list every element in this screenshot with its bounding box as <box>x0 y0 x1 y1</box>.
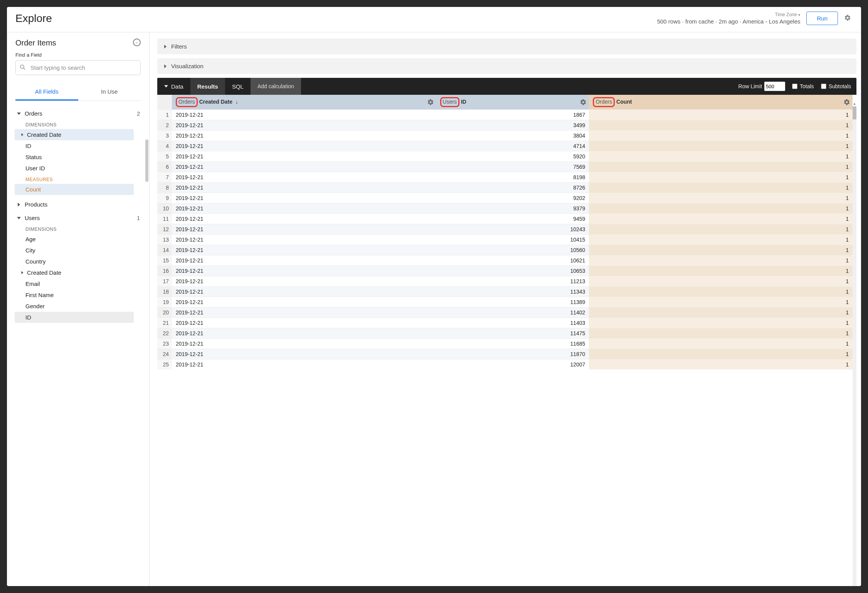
cell-count[interactable]: 1 <box>589 224 853 234</box>
field-search-input[interactable] <box>15 60 141 75</box>
scroll-up-icon[interactable]: ▲ <box>853 102 856 106</box>
field-users-email[interactable]: Email <box>15 278 145 289</box>
table-row[interactable]: 162019-12-21106531 <box>157 265 853 276</box>
scrollbar-thumb[interactable] <box>853 106 856 119</box>
view-products-header[interactable]: Products <box>15 199 145 210</box>
cell-created-date[interactable]: 2019-12-21 <box>172 120 436 130</box>
settings-gear-icon[interactable] <box>844 14 853 23</box>
cell-user-id[interactable]: 9379 <box>436 203 589 213</box>
cell-count[interactable]: 1 <box>589 265 853 276</box>
table-row[interactable]: 152019-12-21106211 <box>157 255 853 265</box>
cell-user-id[interactable]: 11475 <box>436 328 589 338</box>
cell-count[interactable]: 1 <box>589 151 853 161</box>
field-users-age[interactable]: Age <box>15 234 145 245</box>
field-users-city[interactable]: City <box>15 245 145 256</box>
field-orders-count[interactable]: Count <box>15 184 134 195</box>
cell-count[interactable]: 1 <box>589 297 853 307</box>
field-users-id[interactable]: ID <box>15 312 134 323</box>
visualization-accordion[interactable]: Visualization <box>157 58 856 74</box>
cell-created-date[interactable]: 2019-12-21 <box>172 338 436 349</box>
cell-user-id[interactable]: 11389 <box>436 297 589 307</box>
table-row[interactable]: 202019-12-21114021 <box>157 307 853 317</box>
cell-count[interactable]: 1 <box>589 338 853 349</box>
cell-count[interactable]: 1 <box>589 349 853 359</box>
cell-user-id[interactable]: 11870 <box>436 349 589 359</box>
cell-created-date[interactable]: 2019-12-21 <box>172 141 436 151</box>
cell-created-date[interactable]: 2019-12-21 <box>172 151 436 161</box>
column-gear-icon[interactable] <box>427 99 434 106</box>
cell-created-date[interactable]: 2019-12-21 <box>172 213 436 224</box>
column-header-users-id[interactable]: Users ID <box>436 95 589 109</box>
run-button[interactable]: Run <box>806 12 838 25</box>
sidebar-scrollbar[interactable] <box>145 139 148 182</box>
cell-user-id[interactable]: 11213 <box>436 276 589 286</box>
cell-created-date[interactable]: 2019-12-21 <box>172 130 436 141</box>
cell-user-id[interactable]: 11403 <box>436 317 589 328</box>
filters-accordion[interactable]: Filters <box>157 39 856 54</box>
table-row[interactable]: 122019-12-21102431 <box>157 224 853 234</box>
column-gear-icon[interactable] <box>580 99 587 106</box>
cell-user-id[interactable]: 10621 <box>436 255 589 265</box>
cell-created-date[interactable]: 2019-12-21 <box>172 349 436 359</box>
cell-user-id[interactable]: 9459 <box>436 213 589 224</box>
cell-user-id[interactable]: 1867 <box>436 109 589 120</box>
table-row[interactable]: 212019-12-21114031 <box>157 317 853 328</box>
field-users-first-name[interactable]: First Name <box>15 289 145 301</box>
cell-created-date[interactable]: 2019-12-21 <box>172 317 436 328</box>
table-row[interactable]: 72019-12-2181981 <box>157 172 853 182</box>
table-row[interactable]: 22019-12-2134991 <box>157 120 853 130</box>
table-row[interactable]: 252019-12-21120071 <box>157 359 853 370</box>
cell-user-id[interactable]: 10653 <box>436 265 589 276</box>
cell-count[interactable]: 1 <box>589 109 853 120</box>
cell-user-id[interactable]: 12007 <box>436 359 589 370</box>
table-row[interactable]: 102019-12-2193791 <box>157 203 853 213</box>
tab-all-fields[interactable]: All Fields <box>15 84 78 101</box>
table-row[interactable]: 132019-12-21104151 <box>157 234 853 245</box>
cell-count[interactable]: 1 <box>589 141 853 151</box>
cell-created-date[interactable]: 2019-12-21 <box>172 286 436 297</box>
cell-count[interactable]: 1 <box>589 234 853 245</box>
cell-user-id[interactable]: 7569 <box>436 161 589 172</box>
row-limit-input[interactable] <box>764 82 785 91</box>
cell-created-date[interactable]: 2019-12-21 <box>172 297 436 307</box>
sql-tab[interactable]: SQL <box>225 78 251 95</box>
table-row[interactable]: 92019-12-2192021 <box>157 193 853 203</box>
table-row[interactable]: 222019-12-21114751 <box>157 328 853 338</box>
cell-count[interactable]: 1 <box>589 130 853 141</box>
cell-user-id[interactable]: 8726 <box>436 182 589 193</box>
table-row[interactable]: 192019-12-21113891 <box>157 297 853 307</box>
table-row[interactable]: 62019-12-2175691 <box>157 161 853 172</box>
table-row[interactable]: 52019-12-2159201 <box>157 151 853 161</box>
results-scrollbar[interactable]: ▲ ▼ <box>853 106 856 586</box>
cell-created-date[interactable]: 2019-12-21 <box>172 255 436 265</box>
cell-created-date[interactable]: 2019-12-21 <box>172 193 436 203</box>
cell-created-date[interactable]: 2019-12-21 <box>172 276 436 286</box>
cell-count[interactable]: 1 <box>589 172 853 182</box>
column-header-orders-created-date[interactable]: Orders Created Date ↓ <box>172 95 436 109</box>
cell-created-date[interactable]: 2019-12-21 <box>172 328 436 338</box>
cell-count[interactable]: 1 <box>589 307 853 317</box>
cell-created-date[interactable]: 2019-12-21 <box>172 172 436 182</box>
cell-created-date[interactable]: 2019-12-21 <box>172 161 436 172</box>
table-row[interactable]: 32019-12-2138041 <box>157 130 853 141</box>
column-header-orders-count[interactable]: Orders Count <box>589 95 853 109</box>
table-row[interactable]: 182019-12-21113431 <box>157 286 853 297</box>
cell-created-date[interactable]: 2019-12-21 <box>172 109 436 120</box>
cell-user-id[interactable]: 11685 <box>436 338 589 349</box>
data-section-toggle[interactable]: Data <box>157 78 190 95</box>
cell-user-id[interactable]: 9202 <box>436 193 589 203</box>
cell-count[interactable]: 1 <box>589 359 853 370</box>
cell-count[interactable]: 1 <box>589 276 853 286</box>
cell-count[interactable]: 1 <box>589 255 853 265</box>
add-calculation-button[interactable]: Add calculation <box>251 78 301 95</box>
cell-created-date[interactable]: 2019-12-21 <box>172 203 436 213</box>
view-orders-header[interactable]: Orders 2 <box>15 108 145 119</box>
view-users-header[interactable]: Users 1 <box>15 212 145 223</box>
subtotals-checkbox[interactable]: Subtotals <box>821 83 851 89</box>
cell-created-date[interactable]: 2019-12-21 <box>172 265 436 276</box>
results-tab[interactable]: Results <box>190 78 225 95</box>
field-users-country[interactable]: Country <box>15 256 145 267</box>
cell-user-id[interactable]: 8198 <box>436 172 589 182</box>
cell-created-date[interactable]: 2019-12-21 <box>172 307 436 317</box>
cell-count[interactable]: 1 <box>589 182 853 193</box>
